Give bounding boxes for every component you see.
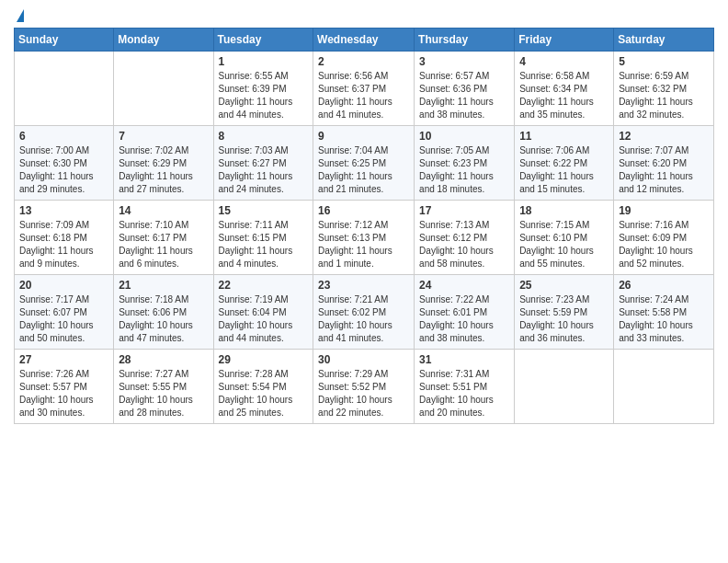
day-detail: Sunrise: 7:04 AMSunset: 6:25 PMDaylight:… (318, 144, 409, 196)
day-detail: Sunrise: 7:16 AMSunset: 6:09 PMDaylight:… (619, 219, 709, 270)
calendar-header-friday: Friday (515, 29, 614, 52)
day-detail: Sunrise: 7:02 AMSunset: 6:29 PMDaylight:… (119, 144, 208, 196)
day-number: 12 (619, 130, 709, 143)
day-number: 9 (318, 130, 409, 143)
calendar-cell: 26Sunrise: 7:24 AMSunset: 5:58 PMDayligh… (614, 275, 714, 350)
calendar-header-row: SundayMondayTuesdayWednesdayThursdayFrid… (15, 29, 714, 52)
day-number: 4 (519, 55, 609, 68)
day-number: 22 (219, 279, 309, 292)
day-detail: Sunrise: 7:23 AMSunset: 5:59 PMDaylight:… (519, 293, 609, 345)
calendar-cell (614, 350, 714, 424)
calendar-header-wednesday: Wednesday (313, 29, 415, 52)
day-number: 1 (219, 55, 309, 68)
day-detail: Sunrise: 7:12 AMSunset: 6:13 PMDaylight:… (318, 219, 409, 270)
calendar-cell: 19Sunrise: 7:16 AMSunset: 6:09 PMDayligh… (614, 201, 714, 275)
calendar-cell: 12Sunrise: 7:07 AMSunset: 6:20 PMDayligh… (614, 126, 714, 201)
day-detail: Sunrise: 7:03 AMSunset: 6:27 PMDaylight:… (219, 144, 309, 196)
calendar-cell: 20Sunrise: 7:17 AMSunset: 6:07 PMDayligh… (15, 275, 114, 350)
calendar-cell: 8Sunrise: 7:03 AMSunset: 6:27 PMDaylight… (213, 126, 313, 201)
day-detail: Sunrise: 7:31 AMSunset: 5:51 PMDaylight:… (419, 368, 509, 419)
calendar-cell: 28Sunrise: 7:27 AMSunset: 5:55 PMDayligh… (114, 350, 213, 424)
calendar-cell: 7Sunrise: 7:02 AMSunset: 6:29 PMDaylight… (114, 126, 213, 201)
day-number: 2 (318, 55, 409, 68)
calendar-cell: 16Sunrise: 7:12 AMSunset: 6:13 PMDayligh… (313, 201, 415, 275)
calendar-cell: 11Sunrise: 7:06 AMSunset: 6:22 PMDayligh… (515, 126, 614, 201)
day-number: 30 (318, 353, 409, 366)
calendar-cell: 14Sunrise: 7:10 AMSunset: 6:17 PMDayligh… (114, 201, 213, 275)
calendar-cell (15, 52, 114, 126)
day-number: 31 (419, 353, 509, 366)
day-number: 21 (119, 279, 208, 292)
calendar-cell: 18Sunrise: 7:15 AMSunset: 6:10 PMDayligh… (515, 201, 614, 275)
day-number: 20 (19, 279, 108, 292)
calendar-week-row: 13Sunrise: 7:09 AMSunset: 6:18 PMDayligh… (15, 201, 714, 275)
calendar-cell: 10Sunrise: 7:05 AMSunset: 6:23 PMDayligh… (415, 126, 515, 201)
day-detail: Sunrise: 7:22 AMSunset: 6:01 PMDaylight:… (419, 293, 509, 345)
day-number: 11 (519, 130, 609, 143)
day-number: 28 (119, 353, 208, 366)
calendar-cell: 4Sunrise: 6:58 AMSunset: 6:34 PMDaylight… (515, 52, 614, 126)
calendar-cell: 21Sunrise: 7:18 AMSunset: 6:06 PMDayligh… (114, 275, 213, 350)
day-detail: Sunrise: 7:15 AMSunset: 6:10 PMDaylight:… (519, 219, 609, 270)
day-detail: Sunrise: 7:26 AMSunset: 5:57 PMDaylight:… (19, 368, 108, 419)
day-detail: Sunrise: 7:19 AMSunset: 6:04 PMDaylight:… (219, 293, 309, 345)
day-number: 25 (519, 279, 609, 292)
day-detail: Sunrise: 7:05 AMSunset: 6:23 PMDaylight:… (419, 144, 509, 196)
day-number: 16 (318, 204, 409, 217)
calendar-week-row: 6Sunrise: 7:00 AMSunset: 6:30 PMDaylight… (15, 126, 714, 201)
day-number: 15 (219, 204, 309, 217)
day-detail: Sunrise: 7:28 AMSunset: 5:54 PMDaylight:… (219, 368, 309, 419)
calendar-table: SundayMondayTuesdayWednesdayThursdayFrid… (14, 28, 714, 424)
day-detail: Sunrise: 7:29 AMSunset: 5:52 PMDaylight:… (318, 368, 409, 419)
page-header (14, 9, 714, 22)
day-number: 17 (419, 204, 509, 217)
calendar-cell: 25Sunrise: 7:23 AMSunset: 5:59 PMDayligh… (515, 275, 614, 350)
calendar-week-row: 27Sunrise: 7:26 AMSunset: 5:57 PMDayligh… (15, 350, 714, 424)
calendar-cell: 29Sunrise: 7:28 AMSunset: 5:54 PMDayligh… (213, 350, 313, 424)
day-detail: Sunrise: 7:17 AMSunset: 6:07 PMDaylight:… (19, 293, 108, 345)
day-number: 7 (119, 130, 208, 143)
day-detail: Sunrise: 7:07 AMSunset: 6:20 PMDaylight:… (619, 144, 709, 196)
day-detail: Sunrise: 7:13 AMSunset: 6:12 PMDaylight:… (419, 219, 509, 270)
day-number: 5 (619, 55, 709, 68)
calendar-cell: 17Sunrise: 7:13 AMSunset: 6:12 PMDayligh… (415, 201, 515, 275)
calendar-cell: 1Sunrise: 6:55 AMSunset: 6:39 PMDaylight… (213, 52, 313, 126)
logo-triangle-icon (17, 9, 24, 22)
day-detail: Sunrise: 6:59 AMSunset: 6:32 PMDaylight:… (619, 70, 709, 121)
calendar-cell: 9Sunrise: 7:04 AMSunset: 6:25 PMDaylight… (313, 126, 415, 201)
day-number: 10 (419, 130, 509, 143)
day-number: 19 (619, 204, 709, 217)
day-number: 14 (119, 204, 208, 217)
calendar-cell: 27Sunrise: 7:26 AMSunset: 5:57 PMDayligh… (15, 350, 114, 424)
calendar-cell: 3Sunrise: 6:57 AMSunset: 6:36 PMDaylight… (415, 52, 515, 126)
calendar-header-tuesday: Tuesday (213, 29, 313, 52)
calendar-cell: 23Sunrise: 7:21 AMSunset: 6:02 PMDayligh… (313, 275, 415, 350)
day-number: 13 (19, 204, 108, 217)
day-number: 29 (219, 353, 309, 366)
calendar-header-saturday: Saturday (614, 29, 714, 52)
day-detail: Sunrise: 7:06 AMSunset: 6:22 PMDaylight:… (519, 144, 609, 196)
calendar-header-monday: Monday (114, 29, 213, 52)
day-detail: Sunrise: 7:00 AMSunset: 6:30 PMDaylight:… (19, 144, 108, 196)
day-number: 23 (318, 279, 409, 292)
calendar-header-sunday: Sunday (15, 29, 114, 52)
calendar-cell: 15Sunrise: 7:11 AMSunset: 6:15 PMDayligh… (213, 201, 313, 275)
day-detail: Sunrise: 7:24 AMSunset: 5:58 PMDaylight:… (619, 293, 709, 345)
day-number: 27 (19, 353, 108, 366)
calendar-week-row: 20Sunrise: 7:17 AMSunset: 6:07 PMDayligh… (15, 275, 714, 350)
calendar-cell: 13Sunrise: 7:09 AMSunset: 6:18 PMDayligh… (15, 201, 114, 275)
day-number: 26 (619, 279, 709, 292)
day-detail: Sunrise: 7:10 AMSunset: 6:17 PMDaylight:… (119, 219, 208, 270)
logo (14, 9, 24, 22)
day-number: 3 (419, 55, 509, 68)
day-number: 24 (419, 279, 509, 292)
calendar-cell (114, 52, 213, 126)
calendar-cell: 5Sunrise: 6:59 AMSunset: 6:32 PMDaylight… (614, 52, 714, 126)
calendar-cell: 22Sunrise: 7:19 AMSunset: 6:04 PMDayligh… (213, 275, 313, 350)
day-detail: Sunrise: 7:11 AMSunset: 6:15 PMDaylight:… (219, 219, 309, 270)
day-detail: Sunrise: 7:21 AMSunset: 6:02 PMDaylight:… (318, 293, 409, 345)
day-detail: Sunrise: 6:58 AMSunset: 6:34 PMDaylight:… (519, 70, 609, 121)
day-detail: Sunrise: 6:57 AMSunset: 6:36 PMDaylight:… (419, 70, 509, 121)
calendar-cell: 2Sunrise: 6:56 AMSunset: 6:37 PMDaylight… (313, 52, 415, 126)
day-detail: Sunrise: 6:56 AMSunset: 6:37 PMDaylight:… (318, 70, 409, 121)
